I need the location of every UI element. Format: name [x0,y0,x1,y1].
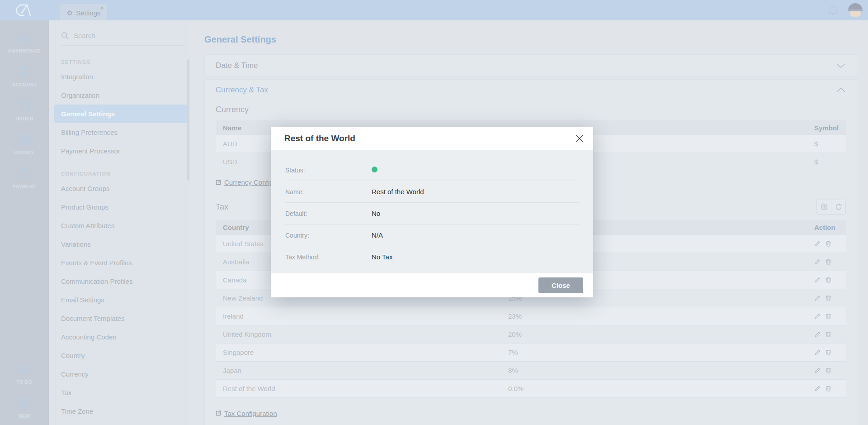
status-dot [372,167,377,172]
field-row-default: Default: No [285,203,580,224]
dialog-header: Rest of the World [271,127,593,150]
field-label: Name: [285,188,372,196]
dialog-title: Rest of the World [284,134,355,143]
field-label: Tax Method: [285,253,372,261]
field-row-status: Status: [285,159,580,181]
dialog-footer: Close [271,273,593,297]
field-value: No Tax [372,253,392,261]
close-button[interactable]: Close [538,277,583,293]
field-label: Country: [285,232,372,239]
field-value: Rest of the World [372,188,424,196]
field-value: N/A [372,231,383,239]
field-value: No [372,210,380,217]
field-row-name: Name: Rest of the World [285,181,580,203]
dialog-body: Status: Name: Rest of the World Default:… [271,150,593,273]
field-label: Default: [285,210,372,217]
field-value [372,166,377,174]
field-label: Status: [285,167,372,174]
field-row-tax-method: Tax Method: No Tax [285,246,580,267]
rest-of-the-world-dialog: Rest of the World Status: Name: Rest of … [271,127,593,297]
field-row-country: Country: N/A [285,224,580,246]
close-icon[interactable] [575,134,584,143]
app-window: ⚙ Settings × DASHBOARD ACCOUNT ORDER [0,0,868,425]
